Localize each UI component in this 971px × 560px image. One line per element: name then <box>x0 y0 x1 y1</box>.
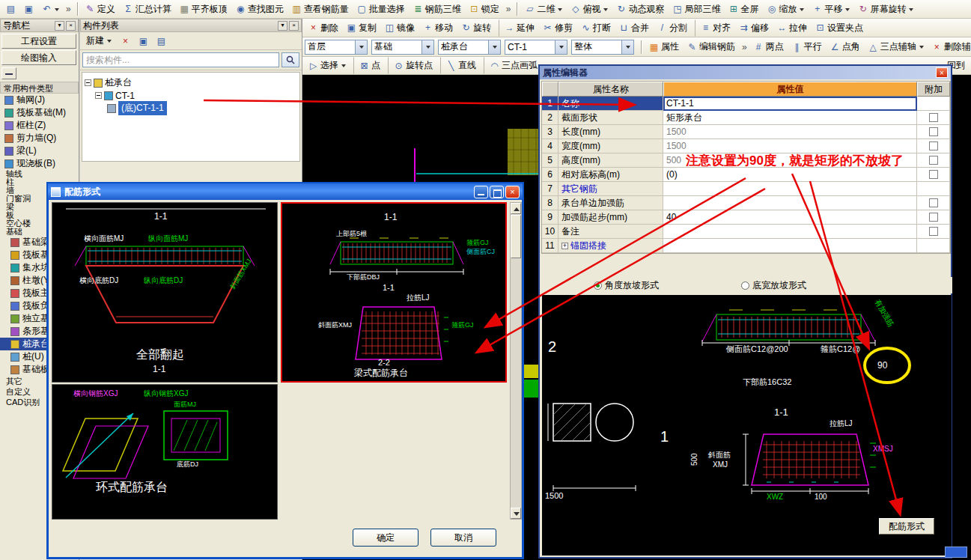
toolbar-button[interactable]: ▦ 平齐板顶 <box>176 1 231 18</box>
context-combo[interactable]: 首层 <box>305 40 368 55</box>
toolbar-button[interactable]: ⊙ 旋转点 <box>388 57 436 74</box>
close-button[interactable]: × <box>936 67 948 78</box>
toolbar-button[interactable]: ▥ 查看钢筋量 <box>288 1 353 18</box>
overflow-icon[interactable]: » <box>504 4 514 14</box>
toolbar-button[interactable]: ↻ 旋转 <box>457 19 495 37</box>
attach-checkbox[interactable] <box>929 213 938 222</box>
overflow-icon[interactable]: » <box>740 42 749 52</box>
dialog-titlebar[interactable]: 属性编辑器 × <box>540 66 951 79</box>
combo-dropdown-icon[interactable] <box>555 40 567 54</box>
property-value-cell[interactable] <box>663 196 917 210</box>
property-value-cell[interactable]: 矩形承台 <box>663 111 917 125</box>
toolbar-button[interactable]: ∿ 打断 <box>577 19 615 37</box>
toolbar-icon-button[interactable]: ▣ <box>135 34 152 49</box>
toolbar-button[interactable]: ⊡ 锁定 <box>466 1 503 18</box>
context-combo[interactable]: CT-1 <box>505 40 567 55</box>
property-value-cell[interactable] <box>663 225 917 239</box>
property-value-cell[interactable]: CT-1-1 <box>663 97 917 111</box>
toolbar-button[interactable]: ⊔ 合并 <box>615 19 653 37</box>
toolbar-button[interactable]: × 删除 <box>305 19 342 37</box>
rebar-option-ring-type[interactable]: 横向钢筋XGJ纵向钢筋XGJ面筋MJ底筋DJ环式配筋承台 <box>52 384 278 520</box>
toolbar-button[interactable]: ↔ 拉伸 <box>773 19 811 37</box>
radio-angle-slope[interactable]: 角度放坡形式 <box>594 279 659 292</box>
nav-item[interactable]: 轴网(J) <box>0 94 79 106</box>
toolbar-icon-button[interactable]: ↶ <box>38 1 63 16</box>
expand-box-icon[interactable] <box>85 79 91 86</box>
combo-dropdown-icon[interactable] <box>421 40 433 54</box>
tree-label-selected[interactable]: (底)CT-1-1 <box>118 101 167 115</box>
toolbar-button[interactable]: ▦ 属性 <box>645 38 683 55</box>
tree-row-group[interactable]: CT-1 <box>85 89 297 102</box>
toolbar-button[interactable]: ▷ 选择 <box>305 57 350 74</box>
maximize-button[interactable] <box>490 186 504 198</box>
property-value-cell[interactable]: (0) <box>663 168 917 182</box>
panel-menu-icon[interactable]: ▾ <box>55 21 64 31</box>
toolbar-button[interactable]: × 删除辅 <box>928 38 971 55</box>
toolbar-button[interactable]: ◎ 缩放 <box>763 1 808 18</box>
radio-width-slope[interactable]: 底宽放坡形式 <box>741 279 806 292</box>
property-value-cell[interactable] <box>663 182 917 196</box>
scroll-up-icon[interactable] <box>511 203 521 214</box>
combo-dropdown-icon[interactable] <box>488 40 500 54</box>
property-row[interactable]: 11 锚固搭接 <box>542 239 950 253</box>
toolbar-button[interactable]: Σ 汇总计算 <box>120 1 175 18</box>
toolbar-icon-button[interactable]: ▤ <box>153 34 170 49</box>
toolbar-button[interactable]: ✎ 编辑钢筋 <box>684 38 739 55</box>
toolbar-button[interactable]: △ 三点辅轴 <box>865 38 928 55</box>
ok-button[interactable]: 确定 <box>353 529 418 547</box>
nav-item[interactable]: 梁(L) <box>0 144 79 157</box>
property-row[interactable]: 6 相对底标高(m) (0) <box>542 168 950 182</box>
toolbar-button[interactable]: → 延伸 <box>499 19 538 37</box>
attach-checkbox[interactable] <box>929 156 938 165</box>
expand-icon[interactable] <box>561 243 568 249</box>
toolbar-button[interactable]: ≡ 对齐 <box>695 19 734 37</box>
property-row[interactable]: 1 名称 CT-1-1 <box>542 97 950 111</box>
close-icon[interactable]: × <box>289 21 299 31</box>
toolbar-button[interactable]: ▢ 批量选择 <box>353 1 409 18</box>
scroll-thumb[interactable] <box>511 215 521 258</box>
overflow-icon[interactable]: » <box>64 4 73 14</box>
tab-draw-input[interactable]: 绘图输入 <box>1 50 76 65</box>
dialog-titlebar[interactable]: 配筋形式 × <box>48 183 523 200</box>
toolbar-button[interactable]: ⊠ 点 <box>353 57 384 74</box>
context-combo[interactable]: 桩承台 <box>438 40 501 55</box>
toolbar-button[interactable]: ⇉ 偏移 <box>735 19 773 37</box>
nav-item[interactable]: 剪力墙(Q) <box>0 132 79 144</box>
context-combo[interactable]: 基础 <box>371 40 434 55</box>
panel-menu-icon[interactable]: ▾ <box>278 21 287 31</box>
tray-icon[interactable] <box>945 547 967 558</box>
toolbar-button[interactable]: ╲ 直线 <box>440 57 480 74</box>
property-value-cell[interactable]: 40 <box>663 210 917 225</box>
toolbar-button[interactable]: ≣ 钢筋三维 <box>410 1 465 18</box>
minimize-button[interactable] <box>474 186 488 198</box>
property-row[interactable]: 7 其它钢筋 <box>542 182 950 196</box>
rebar-form-button[interactable]: 配筋形式 <box>879 518 934 535</box>
property-row[interactable]: 10 备注 <box>542 225 950 239</box>
scroll-down-icon[interactable] <box>511 508 521 519</box>
toolbar-button[interactable]: ∠ 点角 <box>827 38 864 55</box>
toolbar-button[interactable]: ⊡ 设置夹点 <box>812 19 867 37</box>
toolbar-button[interactable]: / 分割 <box>654 19 691 37</box>
toolbar-button[interactable]: # 两点 <box>750 38 788 55</box>
property-value-cell[interactable]: 1500 <box>663 139 917 153</box>
property-row[interactable]: 4 宽度(mm) 1500 <box>542 139 950 153</box>
attach-checkbox[interactable] <box>929 227 938 236</box>
combo-dropdown-icon[interactable] <box>355 40 367 54</box>
toolbar-button[interactable]: + 平移 <box>809 1 853 18</box>
property-row[interactable]: 5 高度(mm) 500 <box>542 153 950 168</box>
nav-item[interactable]: 筏板基础(M) <box>0 106 79 119</box>
nav-item[interactable]: 框柱(Z) <box>0 119 79 132</box>
nav-item[interactable]: 现浇板(B) <box>0 157 79 170</box>
toolbar-button[interactable]: ↻ 屏幕旋转 <box>854 1 917 18</box>
attach-checkbox[interactable] <box>929 198 938 207</box>
combo-dropdown-icon[interactable] <box>621 40 633 54</box>
toolbar-button[interactable]: ✂ 修剪 <box>539 19 576 37</box>
toolbar-button[interactable]: ↻ 动态观察 <box>612 1 668 18</box>
property-row[interactable]: 3 长度(mm) 1500 <box>542 125 950 139</box>
property-value-cell[interactable]: 1500 <box>663 125 917 139</box>
attach-checkbox[interactable] <box>929 141 938 150</box>
tab-project-settings[interactable]: 工程设置 <box>1 34 76 49</box>
toolbar-button[interactable]: ◇ 俯视 <box>567 1 612 18</box>
toolbar-icon-button[interactable]: × <box>117 34 134 49</box>
toolbar-button[interactable]: ◳ 局部三维 <box>669 1 724 18</box>
